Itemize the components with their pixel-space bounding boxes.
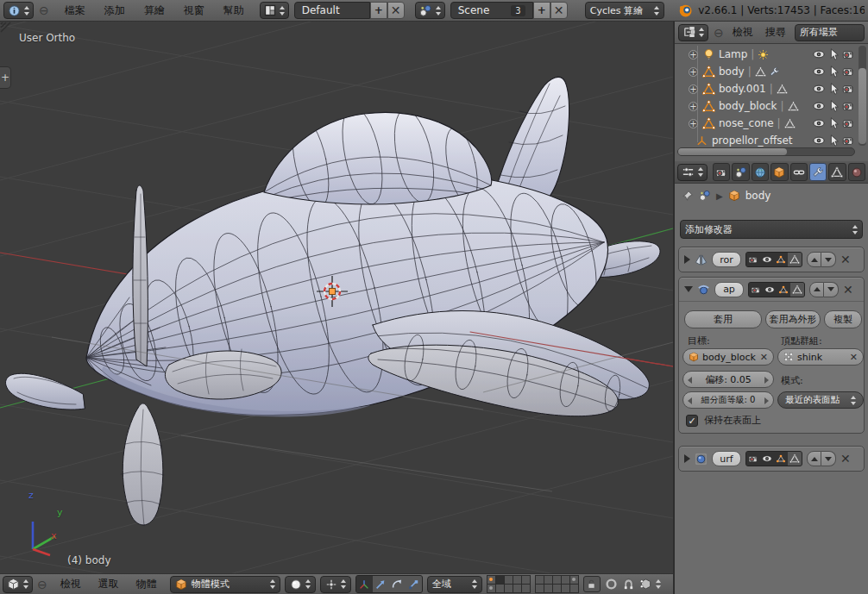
target-field[interactable]: body_block ✕	[682, 348, 774, 366]
collapse-menus-icon[interactable]: ⊖	[39, 3, 49, 17]
delete-scene-button[interactable]: ✕	[550, 2, 568, 19]
add-layout-button[interactable]: +	[370, 2, 387, 19]
subsurf-levels-slider[interactable]: 細分面等級: 0	[682, 391, 774, 409]
outliner-row-body-block[interactable]: + body_block |	[675, 97, 858, 115]
outliner-vertical-scrollbar[interactable]	[859, 46, 866, 146]
sun-lamp-data-icon[interactable]	[758, 49, 769, 60]
area-resize-grip[interactable]	[1, 22, 10, 32]
pivot-point-dropdown[interactable]	[320, 576, 351, 593]
render-toggle[interactable]	[746, 452, 760, 466]
mesh-data-icon[interactable]	[784, 118, 796, 129]
editor-type-selector-properties[interactable]	[677, 164, 708, 181]
item-label[interactable]: nose_cone	[719, 117, 774, 129]
tab-object[interactable]	[771, 163, 788, 181]
viewport-toggle[interactable]	[760, 253, 774, 266]
editmode-toggle[interactable]	[777, 283, 790, 297]
menu-select[interactable]: 選取	[95, 577, 123, 591]
expand-icon[interactable]: +	[689, 67, 698, 77]
offset-slider[interactable]: 偏移: 0.05	[682, 371, 774, 388]
renderability-camera-icon[interactable]	[842, 48, 854, 60]
delete-modifier-button[interactable]: ✕	[843, 284, 853, 296]
keep-above-surface-checkbox[interactable]: ✓	[686, 415, 698, 427]
collapse-arrow-icon[interactable]	[684, 286, 693, 292]
3d-viewport[interactable]: User Ortho (4) body z y x +	[0, 22, 673, 573]
snap-element-dropdown[interactable]	[639, 578, 661, 591]
move-up-button[interactable]	[807, 451, 821, 466]
mesh-data-icon[interactable]	[755, 66, 766, 78]
move-down-button[interactable]	[821, 252, 836, 267]
menu-window[interactable]: 視窗	[180, 3, 208, 18]
render-toggle[interactable]	[746, 253, 760, 266]
cage-toggle[interactable]	[788, 253, 802, 266]
modifier-name-field[interactable]: urf	[712, 451, 741, 466]
menu-render[interactable]: 算繪	[141, 3, 168, 18]
visibility-eye-icon[interactable]	[813, 117, 825, 129]
selectability-cursor-icon[interactable]	[827, 83, 840, 95]
item-label[interactable]: propellor_offset	[712, 134, 793, 147]
viewport-toggle[interactable]	[760, 452, 774, 466]
expand-icon[interactable]: +	[689, 50, 698, 59]
increase-arrow-icon[interactable]	[764, 377, 769, 384]
outliner-row-nose-cone[interactable]: + nose_cone |	[675, 115, 858, 132]
item-label[interactable]: body.001	[719, 83, 766, 95]
viewport-toggle[interactable]	[763, 283, 777, 297]
item-label[interactable]: body_block	[719, 100, 777, 112]
viewport-shading-dropdown[interactable]	[285, 576, 316, 593]
increase-arrow-icon[interactable]	[764, 397, 769, 404]
lock-layers-button[interactable]	[583, 576, 601, 592]
outliner-row-body[interactable]: + body |	[675, 63, 858, 80]
add-scene-button[interactable]: +	[533, 2, 550, 19]
mode-dropdown[interactable]: 物體模式	[170, 576, 280, 593]
item-label[interactable]: Lamp	[719, 48, 747, 60]
delete-modifier-button[interactable]: ✕	[840, 453, 851, 465]
apply-as-shape-button[interactable]: 套用為外形	[765, 310, 821, 328]
proportional-edit-icon[interactable]	[605, 578, 618, 591]
editor-type-selector-info[interactable]	[3, 2, 34, 19]
menu-file[interactable]: 檔案	[61, 3, 89, 18]
expand-icon[interactable]: +	[689, 84, 698, 94]
renderability-camera-icon[interactable]	[842, 134, 854, 147]
outliner-row-propellor-offset[interactable]: propellor_offset	[675, 132, 858, 149]
menu-view[interactable]: 檢視	[729, 25, 757, 40]
render-toggle[interactable]	[749, 283, 763, 297]
expand-arrow-icon[interactable]	[684, 255, 690, 264]
render-engine-dropdown[interactable]: Cycles 算繪	[585, 2, 664, 19]
editmode-toggle[interactable]	[774, 452, 788, 466]
renderability-camera-icon[interactable]	[842, 117, 854, 129]
visibility-eye-icon[interactable]	[813, 48, 825, 60]
shrinkwrap-mode-dropdown[interactable]: 最近的表面點	[777, 391, 864, 409]
visibility-eye-icon[interactable]	[813, 66, 825, 78]
add-modifier-dropdown[interactable]: 添加修改器	[680, 220, 863, 239]
snap-magnet-icon[interactable]	[622, 578, 635, 591]
screen-layout-name[interactable]: Default	[294, 2, 370, 19]
editmode-toggle[interactable]	[774, 253, 788, 266]
visibility-eye-icon[interactable]	[813, 100, 825, 112]
collapse-menus-icon[interactable]: ⊖	[714, 26, 724, 40]
delete-layout-button[interactable]: ✕	[387, 2, 405, 19]
collapse-menus-icon[interactable]: ⊖	[37, 578, 47, 591]
modifier-name-field[interactable]: ap	[714, 282, 744, 297]
scale-manipulator-button[interactable]	[406, 576, 422, 592]
outliner-horizontal-scrollbar[interactable]	[677, 147, 855, 156]
rotate-manipulator-button[interactable]	[389, 576, 406, 592]
delete-modifier-button[interactable]: ✕	[840, 253, 851, 266]
move-up-button[interactable]	[809, 282, 824, 297]
tab-object-data[interactable]	[828, 163, 846, 181]
scene-name-field[interactable]: Scene 3	[450, 2, 533, 19]
visibility-eye-icon[interactable]	[813, 83, 825, 95]
vertex-group-field[interactable]: shink ✕	[777, 348, 864, 366]
layer-grid-2[interactable]	[535, 575, 579, 593]
tab-render[interactable]	[713, 163, 730, 181]
modifier-wrench-icon[interactable]	[769, 66, 780, 78]
decrease-arrow-icon[interactable]	[688, 397, 692, 404]
airplane-model[interactable]	[6, 77, 673, 526]
move-up-button[interactable]	[807, 252, 821, 267]
modifier-name-field[interactable]: ror	[712, 252, 741, 267]
cage-toggle[interactable]	[790, 283, 804, 297]
cage-toggle[interactable]	[788, 452, 802, 466]
decrease-arrow-icon[interactable]	[688, 377, 692, 384]
tab-world[interactable]	[752, 163, 769, 181]
translate-manipulator-button[interactable]	[373, 576, 389, 592]
apply-button[interactable]: 套用	[684, 310, 762, 328]
selectability-cursor-icon[interactable]	[827, 66, 840, 78]
